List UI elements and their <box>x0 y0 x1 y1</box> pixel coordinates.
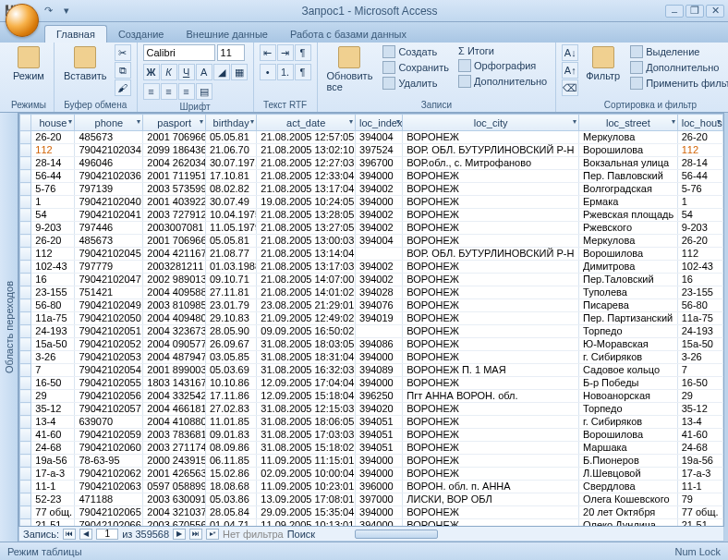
cell[interactable]: 2003 783681 <box>143 429 206 442</box>
cell[interactable]: 394051 <box>356 442 403 455</box>
cell[interactable]: 35-12 <box>677 403 722 416</box>
align-right-icon[interactable]: ≡ <box>178 83 195 100</box>
cell[interactable]: ВОРОНЕЖ <box>403 261 579 274</box>
cell[interactable]: 21-51 <box>677 519 722 528</box>
cell[interactable]: 35-12 <box>31 403 75 416</box>
cell[interactable]: 485673 <box>75 131 143 144</box>
cell[interactable]: 394051 <box>356 429 403 442</box>
cell[interactable]: 24-68 <box>31 442 75 455</box>
table-row[interactable]: 5-767971392003 57359908.02.8221.08.2005 … <box>20 183 723 196</box>
cell[interactable]: Торпедо <box>579 403 678 416</box>
row-selector[interactable] <box>20 286 31 299</box>
cell[interactable]: 23-155 <box>677 286 722 299</box>
indent-increase-icon[interactable]: ⇥ <box>277 44 294 61</box>
cell[interactable]: 394002 <box>356 183 403 196</box>
cell[interactable]: 797139 <box>75 183 143 196</box>
cell[interactable]: 15а-50 <box>677 338 722 351</box>
cell[interactable]: 2004 487947 <box>143 351 206 364</box>
cell[interactable]: 394028 <box>356 286 403 299</box>
cell[interactable]: Свердлова <box>579 481 678 493</box>
cell[interactable]: 11.09.2005 10:13:01 <box>257 519 356 528</box>
cell[interactable]: 2000 243915 <box>143 455 206 468</box>
qat-dropdown-icon[interactable]: ▾ <box>59 4 74 18</box>
cell[interactable]: ВОРОНЕЖ <box>403 183 579 196</box>
cell[interactable]: ВОРОНЕЖ <box>403 235 579 248</box>
cell[interactable]: Садовое кольцо <box>579 364 678 377</box>
nav-pane-collapsed[interactable]: Область переходов <box>0 113 18 542</box>
cell[interactable]: 79 <box>677 493 722 506</box>
cell[interactable]: Ворошилова <box>579 144 678 157</box>
cell[interactable]: 394000 <box>356 506 403 519</box>
cell[interactable]: 79042102047 <box>75 274 143 286</box>
cell[interactable]: 05.05.81 <box>205 235 256 248</box>
cell[interactable]: Меркулова <box>579 235 678 248</box>
cell[interactable]: 394002 <box>356 274 403 286</box>
cell[interactable]: 11а-75 <box>677 312 722 325</box>
cell[interactable]: 21.08.2005 13:27:05 <box>257 222 356 235</box>
cell[interactable]: 26-20 <box>677 235 722 248</box>
cell[interactable]: 19а-56 <box>677 455 722 468</box>
row-selector[interactable] <box>20 235 31 248</box>
cell[interactable]: 5-76 <box>677 183 722 196</box>
cell[interactable]: 1803 143167 <box>143 377 206 390</box>
office-orb-button[interactable] <box>6 4 39 37</box>
cell[interactable]: ВОРОНЕЖ <box>403 209 579 222</box>
cell[interactable]: 396700 <box>356 157 403 170</box>
cell[interactable]: 3-26 <box>31 351 75 364</box>
cell[interactable]: 31.08.2005 12:15:03 <box>257 403 356 416</box>
cell[interactable]: 54 <box>31 209 75 222</box>
cell[interactable]: 79042102062 <box>75 468 143 481</box>
cell[interactable]: 79042102056 <box>75 390 143 403</box>
cell[interactable]: 05.03.86 <box>205 493 256 506</box>
row-selector[interactable] <box>20 248 31 261</box>
cell[interactable]: 17-а-3 <box>31 468 75 481</box>
cell[interactable]: г. Сибиряков <box>579 351 678 364</box>
cell[interactable]: 21.08.2005 13:28:05 <box>257 209 356 222</box>
table-row[interactable]: 41-60790421020592003 78368109.01.8331.08… <box>20 429 723 442</box>
cell[interactable]: 2004 323673 <box>143 325 206 338</box>
table-row[interactable]: 23-1557514212004 40958827.11.8121.08.200… <box>20 286 723 299</box>
italic-button[interactable]: К <box>161 64 177 80</box>
row-selector[interactable] <box>20 519 31 528</box>
spelling-button[interactable]: Орфография <box>455 58 550 73</box>
table-row[interactable]: 24-193790421020512004 32367328.05.9009.0… <box>20 325 723 338</box>
cell[interactable]: 751421 <box>75 286 143 299</box>
cell[interactable]: ВОРОНЕЖ <box>403 403 579 416</box>
row-selector[interactable] <box>20 403 31 416</box>
cell[interactable]: 26-20 <box>677 131 722 144</box>
cell[interactable]: 16-50 <box>31 377 75 390</box>
cell[interactable]: ВОРОНЕЖ <box>403 325 579 338</box>
column-header-phone[interactable]: phone▾ <box>75 115 143 131</box>
tab-external[interactable]: Внешние данные <box>176 26 279 43</box>
cell[interactable]: 2003 6300919 <box>143 493 206 506</box>
cell[interactable]: 09.10.71 <box>205 274 256 286</box>
cell[interactable]: 24-68 <box>677 442 722 455</box>
cell[interactable]: 394019 <box>356 312 403 325</box>
column-header-rowsel[interactable] <box>20 115 31 131</box>
paste-button[interactable]: Вставить <box>60 44 111 83</box>
cell[interactable]: Ворошилова <box>579 429 678 442</box>
cell[interactable]: 21.08.2005 13:17:03 <box>257 261 356 274</box>
cell[interactable]: ВОРОНЕЖ <box>403 196 579 209</box>
table-row[interactable]: 1790421020402001 40392230.07.4919.08.200… <box>20 196 723 209</box>
gridlines-icon[interactable]: ▦ <box>231 64 248 80</box>
tab-home[interactable]: Главная <box>44 25 107 43</box>
cell[interactable]: Писарева <box>579 299 678 312</box>
row-selector[interactable] <box>20 416 31 429</box>
cell[interactable]: 3-26 <box>677 351 722 364</box>
selection-filter-button[interactable]: Выделение <box>627 44 728 59</box>
cell[interactable]: 2004 410880 <box>143 416 206 429</box>
cell[interactable]: 394000 <box>356 519 403 528</box>
table-row[interactable]: 26-204856732001 70696605.05.8121.08.2005… <box>20 235 723 248</box>
row-selector[interactable] <box>20 144 31 157</box>
cell[interactable]: ВОРОНЕЖ <box>403 170 579 183</box>
cell[interactable]: Ржевского <box>579 222 678 235</box>
numbering-icon[interactable]: 1. <box>277 64 294 80</box>
cell[interactable]: 2004 409480 <box>143 312 206 325</box>
cell[interactable]: 639070 <box>75 416 143 429</box>
cell[interactable]: 2099 186436 <box>143 144 206 157</box>
new-record-button[interactable]: Создать <box>380 44 452 59</box>
column-header-house[interactable]: house▾ <box>31 115 75 131</box>
table-row[interactable]: 29790421020562004 33254217.11.8612.09.20… <box>20 390 723 403</box>
cell[interactable]: 26-20 <box>31 235 75 248</box>
